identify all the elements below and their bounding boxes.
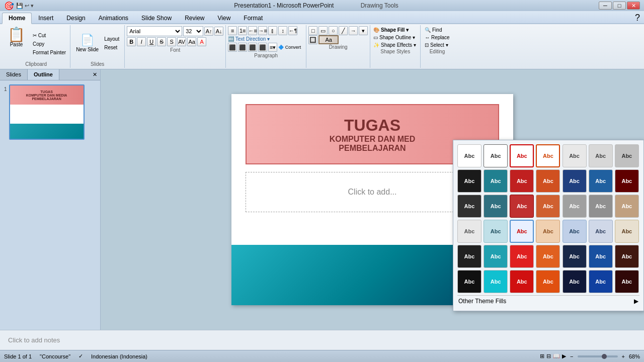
minimize-button[interactable]: ─	[599, 2, 612, 10]
outline-tab[interactable]: Outline	[28, 69, 59, 80]
restore-button[interactable]: □	[613, 2, 626, 10]
style-2-3[interactable]: Abc	[510, 169, 534, 193]
arrow-shape[interactable]: →	[349, 26, 358, 35]
rtl-button[interactable]: ←¶	[288, 26, 297, 35]
tab-view[interactable]: View	[211, 13, 237, 23]
style-6-4[interactable]: Abc	[536, 270, 560, 293]
style-1-5[interactable]: Abc	[562, 144, 587, 167]
copy-button[interactable]: Copy	[31, 40, 68, 48]
layout-button[interactable]: Layout	[102, 35, 121, 43]
align-left-button[interactable]: ⬛	[228, 43, 237, 52]
more-shapes[interactable]: ▾	[359, 26, 368, 35]
style-3-7[interactable]: Abc	[615, 195, 639, 218]
bold-button[interactable]: B	[127, 37, 136, 46]
line-spacing-button[interactable]: ↕	[278, 26, 287, 35]
style-4-6[interactable]: Abc	[589, 220, 613, 243]
tab-design[interactable]: Design	[60, 13, 92, 23]
reset-button[interactable]: Reset	[102, 44, 121, 51]
paste-button[interactable]: 📋 Paste	[4, 26, 29, 61]
change-case-button[interactable]: Aa	[187, 37, 196, 46]
increase-font-button[interactable]: A↑	[204, 27, 213, 36]
shape-fill-btn[interactable]: 🎨 Shape Fill ▾	[372, 26, 418, 34]
zoom-slider[interactable]	[578, 355, 618, 357]
new-slide-button[interactable]: 📄 New Slide	[73, 33, 101, 54]
other-fills-button[interactable]: Other Theme Fills ▶	[457, 295, 639, 307]
decrease-indent-button[interactable]: ←≡	[248, 26, 257, 35]
style-6-6[interactable]: Abc	[589, 270, 613, 293]
justify-button[interactable]: ⬛	[258, 43, 267, 52]
style-4-2[interactable]: Abc	[484, 220, 508, 243]
font-size-select[interactable]: 32	[183, 26, 203, 36]
tab-format[interactable]: Format	[237, 13, 269, 23]
style-2-2[interactable]: Abc	[484, 169, 508, 193]
align-text-button[interactable]: ≡▾	[268, 43, 277, 52]
style-1-2[interactable]: Abc	[484, 144, 508, 167]
style-1-7[interactable]: Abc	[615, 144, 639, 167]
normal-view-button[interactable]: ⊞	[540, 353, 544, 359]
tab-home[interactable]: Home	[2, 13, 32, 24]
align-right-button[interactable]: ⬛	[248, 43, 257, 52]
style-3-3[interactable]: Abc	[510, 195, 534, 218]
style-3-5[interactable]: Abc	[562, 195, 587, 218]
style-2-7[interactable]: Abc	[615, 169, 639, 193]
style-2-4[interactable]: Abc	[536, 169, 560, 193]
style-6-2[interactable]: Abc	[484, 270, 508, 293]
style-1-4[interactable]: Abc	[536, 144, 560, 167]
oval-shape[interactable]: ○	[329, 26, 338, 35]
reading-view-button[interactable]: 📖	[553, 353, 560, 359]
underline-button[interactable]: U	[147, 37, 156, 46]
style-1-6[interactable]: Abc	[589, 144, 613, 167]
tab-slideshow[interactable]: Slide Show	[135, 13, 178, 23]
shape-effects-btn[interactable]: ✨ Shape Effects ▾	[372, 41, 418, 49]
font-color-button[interactable]: A	[197, 37, 206, 46]
tab-insert[interactable]: Insert	[32, 13, 60, 23]
increase-indent-button[interactable]: →≡	[258, 26, 267, 35]
convert-smartart-button[interactable]: 🔷 Convert	[278, 45, 301, 50]
line-shape[interactable]: ╱	[339, 26, 348, 35]
quick-styles-button[interactable]: Aa	[318, 35, 339, 44]
style-6-3[interactable]: Abc	[510, 270, 534, 293]
style-5-7[interactable]: Abc	[615, 245, 639, 268]
tab-animations[interactable]: Animations	[92, 13, 135, 23]
style-2-5[interactable]: Abc	[562, 169, 587, 193]
style-5-3[interactable]: Abc	[510, 245, 534, 268]
style-5-1[interactable]: Abc	[457, 245, 481, 268]
style-1-1[interactable]: Abc	[457, 144, 481, 167]
cut-button[interactable]: ✂ Cut	[31, 32, 68, 39]
slideshow-button[interactable]: ▶	[562, 353, 566, 359]
numbering-button[interactable]: 1≡	[238, 26, 247, 35]
slide-thumbnail[interactable]: TUGASKOMPUTER DAN MEDIAPEMBELAJARAN	[9, 84, 85, 140]
strikethrough-button[interactable]: S	[157, 37, 166, 46]
style-6-5[interactable]: Abc	[562, 270, 587, 293]
style-3-2[interactable]: Abc	[484, 195, 508, 218]
bullets-button[interactable]: ≡	[228, 26, 237, 35]
select-button[interactable]: ⊡ Select ▾	[423, 41, 451, 49]
align-center-button[interactable]: ⬛	[238, 43, 247, 52]
style-2-1[interactable]: Abc	[457, 169, 481, 193]
panel-close-button[interactable]: ✕	[90, 69, 100, 80]
style-5-2[interactable]: Abc	[484, 245, 508, 268]
find-button[interactable]: 🔍 Find	[423, 26, 451, 34]
style-6-1[interactable]: Abc	[457, 270, 481, 293]
notes-area[interactable]: Click to add notes	[0, 330, 644, 350]
italic-button[interactable]: I	[137, 37, 146, 46]
style-4-1[interactable]: Abc	[457, 220, 481, 243]
format-painter-button[interactable]: Format Painter	[31, 49, 68, 56]
style-1-3[interactable]: Abc	[510, 144, 534, 167]
text-direction-button[interactable]: 🔤 Text Direction ▾	[228, 36, 270, 42]
help-icon[interactable]: ?	[635, 13, 640, 23]
style-5-5[interactable]: Abc	[562, 245, 587, 268]
shape-outline-btn[interactable]: ▭ Shape Outline ▾	[372, 34, 418, 41]
zoom-out-button[interactable]: −	[570, 353, 573, 359]
rectangle-shape[interactable]: □	[308, 26, 317, 35]
char-spacing-button[interactable]: AV	[177, 37, 186, 46]
close-button[interactable]: ✕	[627, 2, 640, 10]
decrease-font-button[interactable]: A↓	[214, 27, 223, 36]
style-5-4[interactable]: Abc	[536, 245, 560, 268]
style-4-7[interactable]: Abc	[615, 220, 639, 243]
tab-review[interactable]: Review	[178, 13, 211, 23]
style-4-5[interactable]: Abc	[562, 220, 587, 243]
style-3-4[interactable]: Abc	[536, 195, 560, 218]
style-3-6[interactable]: Abc	[589, 195, 613, 218]
arrange-button[interactable]: 🔲	[308, 35, 317, 44]
